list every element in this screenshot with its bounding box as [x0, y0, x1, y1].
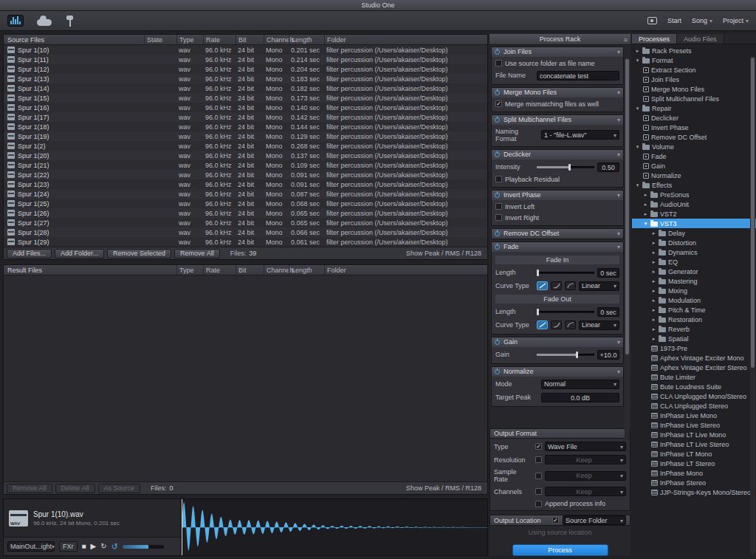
expander-icon[interactable] — [651, 298, 656, 303]
fade-in-length-slider[interactable] — [537, 270, 594, 276]
expander-icon[interactable] — [651, 288, 656, 294]
gain-slider[interactable] — [537, 351, 594, 358]
tree-item-inphase-lt-live-stereo[interactable]: InPhase LT Live Stereo — [632, 439, 756, 449]
expander-icon[interactable] — [643, 211, 648, 217]
expander-icon[interactable] — [643, 221, 648, 227]
tree-item-vst2[interactable]: VST2 — [632, 209, 756, 219]
tree-item-split-multichannel-files[interactable]: Split Multichannel Files — [632, 94, 756, 103]
target-peak-value[interactable]: 0.0 dB — [541, 393, 619, 402]
tree-item-cla-unplugged-stereo[interactable]: CLA Unplugged Stereo — [632, 401, 756, 411]
module-header[interactable]: Merge Mono Files — [492, 88, 623, 97]
power-icon[interactable] — [495, 152, 500, 157]
stop-button[interactable]: ■ — [82, 541, 86, 552]
collapse-icon[interactable] — [617, 230, 620, 237]
expander-icon[interactable] — [643, 202, 648, 208]
process-button[interactable]: Process — [512, 544, 608, 556]
tree-item-inphase-live-stereo[interactable]: InPhase Live Stereo — [632, 420, 756, 430]
source-file-row[interactable]: Spur 1(18)wav96.0 kHz24 bitMono0.144 sec… — [4, 122, 487, 131]
expander-icon[interactable] — [651, 259, 656, 265]
tree-item-normalize[interactable]: Normalize — [632, 171, 756, 180]
tree-item-delay[interactable]: Delay — [632, 228, 756, 238]
tree-item-inphase-lt-live-mono[interactable]: InPhase LT Live Mono — [632, 430, 756, 439]
tree-item-distortion[interactable]: Distortion — [632, 238, 756, 247]
module-header[interactable]: Split Multichannel Files — [492, 115, 623, 125]
tree-item-cla-unplugged-mono-stereo[interactable]: CLA Unplugged Mono/Stereo — [632, 391, 756, 401]
source-file-row[interactable]: Spur 1(23)wav96.0 kHz24 bitMono0.091 sec… — [4, 179, 487, 189]
col-length[interactable]: Length — [289, 35, 324, 44]
volume-slider[interactable] — [123, 545, 164, 549]
collapse-icon[interactable] — [617, 368, 620, 375]
col-length[interactable]: Length — [289, 265, 324, 275]
resolution-select[interactable]: Keep — [545, 455, 626, 464]
power-icon[interactable] — [495, 193, 500, 198]
power-icon[interactable] — [495, 117, 500, 123]
collapse-icon[interactable] — [617, 89, 620, 96]
source-file-row[interactable]: Spur 1(2)wav96.0 kHz24 bitMono0.268 secf… — [4, 141, 487, 151]
fx-button[interactable]: FXr — [59, 541, 78, 552]
tree-item-generator[interactable]: Generator — [632, 267, 756, 276]
gain-value[interactable]: +10.0 — [597, 350, 619, 360]
tree-item-modulation[interactable]: Modulation — [632, 295, 756, 305]
play-button[interactable]: ▶ — [91, 541, 97, 552]
expander-icon[interactable] — [651, 317, 656, 323]
curve-log-button[interactable] — [551, 281, 562, 290]
slider-handle[interactable] — [568, 164, 571, 171]
source-file-row[interactable]: Spur 1(24)wav96.0 kHz24 bitMono0.087 sec… — [4, 189, 487, 199]
module-header[interactable]: Gain — [492, 337, 623, 347]
curve-linear-button[interactable] — [537, 320, 548, 329]
tree-item-dynamics[interactable]: Dynamics — [632, 247, 756, 257]
output-location-checkbox[interactable] — [552, 517, 559, 524]
source-file-row[interactable]: Spur 1(10)wav96.0 kHz24 bitMono0.201 sec… — [4, 45, 487, 55]
source-file-row[interactable]: Spur 1(29)wav96.0 kHz24 bitMono0.061 sec… — [4, 237, 487, 247]
type-select[interactable]: Wave File — [545, 442, 626, 451]
expander-icon[interactable] — [651, 278, 656, 284]
use-source-folder-checkbox[interactable] — [495, 60, 502, 66]
source-file-row[interactable]: Spur 1(20)wav96.0 kHz24 bitMono0.137 sec… — [4, 151, 487, 160]
sample-rate-select[interactable]: Keep — [545, 471, 626, 481]
curve-log-button[interactable] — [551, 320, 562, 329]
power-icon[interactable] — [495, 369, 500, 374]
exchange-icon[interactable] — [65, 16, 75, 27]
tree-item-rack-presets[interactable]: Rack Presets — [632, 46, 756, 55]
auto-audition-button[interactable]: ↺ — [111, 541, 118, 552]
tree-item-pitch-time[interactable]: Pitch & Time — [632, 305, 756, 315]
start-page-button[interactable]: Start — [667, 17, 681, 24]
module-header[interactable]: Normalize — [492, 367, 623, 377]
invert-right-checkbox[interactable] — [495, 214, 502, 221]
tree-item-spatial[interactable]: Spatial — [632, 334, 756, 343]
tree-item-presonus[interactable]: PreSonus — [632, 190, 756, 199]
expander-icon[interactable] — [651, 250, 656, 256]
loop-button[interactable]: ↻ — [100, 541, 106, 552]
source-file-row[interactable]: Spur 1(11)wav96.0 kHz24 bitMono0.214 sec… — [4, 55, 487, 64]
source-file-row[interactable]: Spur 1(27)wav96.0 kHz24 bitMono0.065 sec… — [4, 218, 487, 227]
col-state[interactable]: State — [144, 35, 176, 44]
tree-item-remove-dc-offset[interactable]: Remove DC Offset — [632, 132, 756, 142]
remove-selected-button[interactable]: Remove Selected — [107, 249, 171, 258]
tree-item-bute-loudness-suite[interactable]: Bute Loudness Suite — [632, 382, 756, 391]
fade-in-length-value[interactable]: 0 sec — [597, 268, 619, 278]
collapse-icon[interactable] — [617, 116, 620, 123]
show-peak-toggle[interactable]: Show Peak / RMS / R128 — [406, 250, 484, 257]
tree-item-bute-limiter[interactable]: Bute Limiter — [632, 372, 756, 382]
tree-item-inphase-live-mono[interactable]: InPhase Live Mono — [632, 411, 756, 420]
source-file-row[interactable]: Spur 1(15)wav96.0 kHz24 bitMono0.173 sec… — [4, 93, 487, 103]
invert-left-checkbox[interactable] — [495, 203, 502, 210]
collapse-icon[interactable] — [617, 48, 620, 55]
module-header[interactable]: Fade — [492, 242, 623, 252]
collapse-icon[interactable] — [617, 338, 620, 346]
expander-icon[interactable] — [651, 269, 656, 275]
tree-item-restoration[interactable]: Restoration — [632, 315, 756, 324]
power-icon[interactable] — [495, 340, 500, 345]
tree-item-join-files[interactable]: Join Files — [632, 75, 756, 84]
slider-handle[interactable] — [537, 270, 539, 276]
tree-item-fade[interactable]: Fade — [632, 151, 756, 161]
tree-item-inphase-stereo[interactable]: InPhase Stereo — [632, 478, 756, 487]
source-file-row[interactable]: Spur 1(21)wav96.0 kHz24 bitMono0.109 sec… — [4, 160, 487, 170]
tree-item-jjp-strings-keys-mono-stereo[interactable]: JJP-Strings-Keys Mono/Stereo — [632, 487, 756, 497]
scrollbar-thumb[interactable] — [625, 59, 629, 354]
remove-all-button[interactable]: Remove All — [7, 484, 52, 493]
audition-icon[interactable] — [647, 17, 657, 24]
source-file-row[interactable]: Spur 1(28)wav96.0 kHz24 bitMono0.066 sec… — [4, 227, 487, 237]
append-process-info-checkbox[interactable] — [535, 501, 542, 507]
source-file-row[interactable]: Spur 1(14)wav96.0 kHz24 bitMono0.182 sec… — [4, 83, 487, 93]
